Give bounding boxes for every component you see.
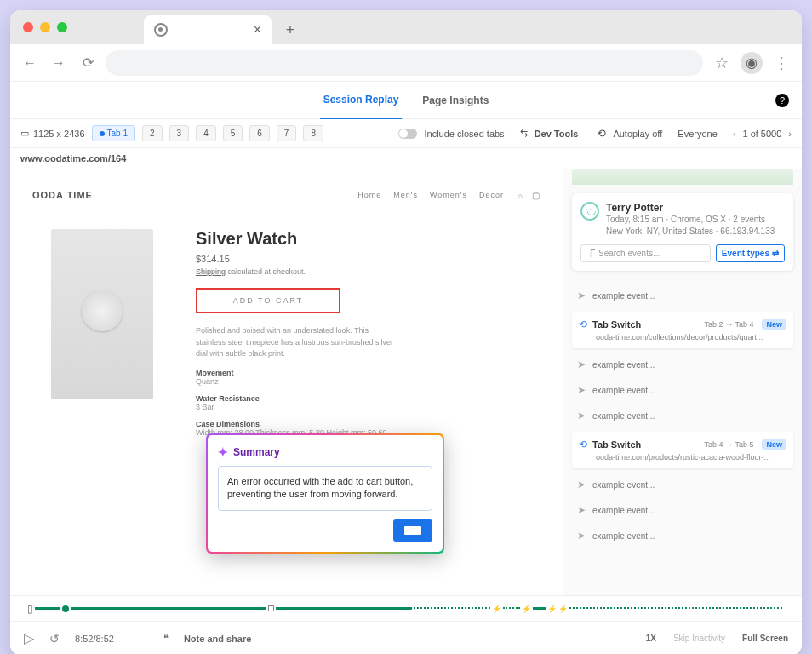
browser-menu-icon[interactable]: ⋮ [769, 54, 793, 72]
timeline[interactable]: ▯ ⚡ ⚡ ⚡ ⚡ [10, 595, 802, 621]
browser-window: × + ← → ⟳ ☆ ◉ ⋮ Session Replay Page Insi… [10, 10, 802, 654]
event-item[interactable]: ➤example event... [572, 497, 793, 523]
session-tab-4[interactable]: 4 [196, 125, 216, 141]
session-tab-6[interactable]: 6 [249, 125, 270, 141]
event-tab-switch[interactable]: ⟲ Tab Switch Tab 4 → Tab 5 New ooda-time… [572, 432, 793, 468]
event-marker[interactable] [268, 605, 274, 611]
viewport-dimensions: ▭ 1125 x 2436 [20, 128, 85, 139]
rewind-button[interactable]: ↺ [49, 632, 60, 645]
cursor-icon: ➤ [577, 530, 586, 542]
address-bar: ← → ⟳ ☆ ◉ ⋮ [10, 44, 802, 82]
session-tab-7[interactable]: 7 [277, 125, 297, 141]
bookmark-icon[interactable]: ☆ [710, 54, 734, 72]
event-item[interactable]: ➤example event... [572, 523, 793, 548]
close-tab-icon[interactable]: × [254, 22, 261, 37]
pagination-prev-icon[interactable]: ‹ [733, 129, 736, 139]
close-window-button[interactable] [23, 22, 33, 32]
playhead[interactable] [62, 605, 69, 612]
user-avatar-icon [580, 202, 599, 221]
product-detail: Silver Watch $314.15 Shipping calculated… [26, 212, 547, 445]
quote-icon: ❝ [163, 633, 169, 644]
note-share-button[interactable]: Note and share [184, 634, 251, 644]
cursor-icon: ➤ [577, 384, 586, 396]
spec-movement-value: Quartz [196, 377, 539, 386]
pagination-next-icon[interactable]: › [788, 129, 792, 139]
store-nav-mens[interactable]: Men's [393, 191, 418, 199]
page-marker-icon: ▯ [27, 603, 33, 615]
event-item[interactable]: ➤example event... [572, 377, 793, 403]
tab-page-insights[interactable]: Page Insights [419, 83, 492, 118]
session-tab-3[interactable]: 3 [169, 125, 190, 141]
store-cart-icon[interactable]: ▢ [532, 191, 540, 200]
store-brand: OODA TIME [32, 190, 93, 200]
maximize-window-button[interactable] [57, 22, 67, 32]
chrome-tab-bar: × + [10, 10, 802, 44]
event-item[interactable]: ➤example event... [572, 403, 793, 428]
play-button[interactable]: ▷ [24, 630, 34, 646]
chrome-icon [154, 23, 168, 37]
product-description: Polished and poised with an understated … [196, 325, 400, 360]
skip-inactivity-button[interactable]: Skip Inactivity [673, 634, 725, 643]
session-tab-5[interactable]: 5 [223, 125, 243, 141]
event-item[interactable]: ➤example event... [572, 472, 793, 497]
session-toolbar: ▭ 1125 x 2436 Tab 1 2 3 4 5 6 7 8 Includ… [10, 119, 802, 148]
swap-icon: ⟲ [579, 439, 587, 450]
event-url: ooda-time.com/collections/decor/products… [596, 333, 786, 341]
autoplay-toggle[interactable]: Autoplay off [613, 129, 662, 139]
browser-tab-active[interactable]: × [144, 15, 272, 44]
replay-viewport: OODA TIME Home Men's Women's Decor ⌕ ▢ [10, 169, 563, 595]
store-search-icon[interactable]: ⌕ [518, 191, 523, 200]
summary-body: An error occurred with the add to cart b… [218, 466, 432, 511]
add-to-cart-button[interactable]: ADD TO CART [196, 288, 340, 313]
spec-water-label: Water Resistance [196, 394, 539, 403]
sliders-icon: ⇄ [772, 249, 779, 258]
store-nav-decor[interactable]: Decor [479, 191, 504, 199]
event-item[interactable]: ➤example event... [572, 283, 793, 308]
forward-button[interactable]: → [48, 52, 70, 74]
session-tab-8[interactable]: 8 [303, 125, 323, 141]
tab-session-replay[interactable]: Session Replay [320, 82, 403, 119]
summary-action-button[interactable] [393, 519, 432, 542]
pagination-label: 1 of 5000 [742, 129, 781, 139]
session-tab-2[interactable]: 2 [142, 125, 163, 141]
product-image [51, 229, 153, 399]
tab-switch-range: Tab 2 → Tab 4 [705, 320, 754, 329]
summary-header: ✦ Summary [218, 445, 432, 459]
product-price: $314.15 [196, 254, 539, 264]
include-closed-tabs-toggle[interactable] [398, 129, 417, 139]
app-content: Session Replay Page Insights ? ▭ 1125 x … [10, 82, 802, 654]
profile-avatar-icon[interactable]: ◉ [741, 52, 763, 74]
store-nav-home[interactable]: Home [357, 191, 381, 199]
store-header: OODA TIME Home Men's Women's Decor ⌕ ▢ [26, 185, 547, 212]
spec-movement-label: Movement [196, 369, 539, 377]
new-tab-button[interactable]: + [278, 18, 302, 42]
url-input[interactable] [106, 50, 703, 76]
cursor-icon: ➤ [577, 504, 586, 516]
tab-switch-range: Tab 4 → Tab 5 [705, 440, 754, 449]
bolt-icon: ⚡ [547, 605, 557, 613]
minimize-window-button[interactable] [40, 22, 50, 32]
fullscreen-button[interactable]: Full Screen [742, 634, 788, 643]
cursor-icon: ➤ [577, 290, 586, 301]
reload-button[interactable]: ⟳ [77, 52, 99, 74]
bolt-icon: ⚡ [558, 605, 568, 613]
autoplay-icon [597, 127, 606, 140]
store-nav-womens[interactable]: Women's [430, 191, 467, 199]
event-tab-switch[interactable]: ⟲ Tab Switch Tab 2 → Tab 4 New ooda-time… [572, 312, 793, 348]
filter-icon: ⎾ [586, 249, 595, 258]
user-meta-1: Today, 8:15 am · Chrome, OS X · 2 events [606, 214, 775, 226]
search-events-input[interactable]: ⎾ Search events... [580, 244, 711, 262]
event-item[interactable]: ➤example event... [572, 352, 793, 377]
help-icon[interactable]: ? [775, 94, 789, 107]
back-button[interactable]: ← [19, 52, 41, 74]
cursor-icon: ➤ [577, 410, 586, 422]
bolt-icon: ⚡ [522, 605, 531, 613]
audience-filter[interactable]: Everyone [678, 129, 717, 139]
playback-speed[interactable]: 1X [646, 634, 656, 643]
dev-tools-button[interactable]: Dev Tools [535, 129, 579, 139]
event-types-button[interactable]: Event types⇄ [716, 244, 785, 262]
cursor-icon: ➤ [577, 359, 586, 370]
product-title: Silver Watch [196, 229, 539, 249]
new-badge: New [762, 439, 786, 450]
session-tab-1[interactable]: Tab 1 [92, 125, 135, 141]
